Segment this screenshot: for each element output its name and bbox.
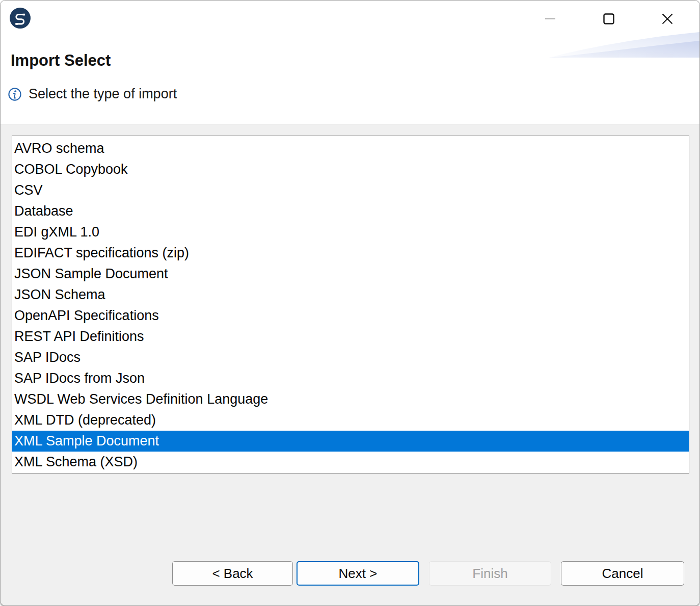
minimize-icon (545, 13, 556, 24)
list-item[interactable]: XML Schema (XSD) (12, 452, 689, 472)
list-item[interactable]: AVRO schema (12, 138, 689, 159)
list-item[interactable]: Database (12, 201, 689, 222)
list-item[interactable]: REST API Definitions (12, 326, 689, 347)
import-type-list[interactable]: AVRO schemaCOBOL CopybookCSVDatabaseEDI … (12, 136, 689, 473)
list-item[interactable]: XML DTD (deprecated) (12, 410, 689, 431)
list-item[interactable]: EDI gXML 1.0 (12, 222, 689, 243)
list-item[interactable]: OpenAPI Specifications (12, 305, 689, 326)
list-item[interactable]: EDIFACT specifications (zip) (12, 243, 689, 264)
back-button[interactable]: < Back (172, 561, 293, 586)
close-button[interactable] (656, 8, 679, 30)
subtitle-row: Select the type of import (8, 86, 177, 102)
maximize-icon (603, 13, 614, 24)
list-item[interactable]: SAP IDocs from Json (12, 368, 689, 389)
close-icon (662, 13, 673, 24)
app-logo-icon (10, 8, 31, 29)
list-item[interactable]: WSDL Web Services Definition Language (12, 389, 689, 410)
header-swoosh-decoration (549, 32, 699, 59)
cancel-button[interactable]: Cancel (561, 561, 684, 586)
info-icon (8, 87, 22, 101)
minimize-button[interactable] (539, 8, 562, 30)
page-subtitle: Select the type of import (29, 86, 177, 102)
next-button[interactable]: Next > (297, 561, 419, 586)
list-item[interactable]: SAP IDocs (12, 347, 689, 368)
finish-button[interactable]: Finish (429, 561, 551, 586)
list-item[interactable]: JSON Schema (12, 284, 689, 305)
list-item[interactable]: CSV (12, 180, 689, 201)
list-item[interactable]: JSON Sample Document (12, 264, 689, 284)
list-item-selected[interactable]: XML Sample Document (12, 431, 689, 452)
import-select-dialog: Import Select Select the type of import … (0, 0, 700, 606)
list-item[interactable]: COBOL Copybook (12, 159, 689, 180)
maximize-button[interactable] (597, 8, 621, 30)
dialog-header: Import Select Select the type of import (1, 1, 699, 124)
page-title: Import Select (11, 51, 111, 70)
